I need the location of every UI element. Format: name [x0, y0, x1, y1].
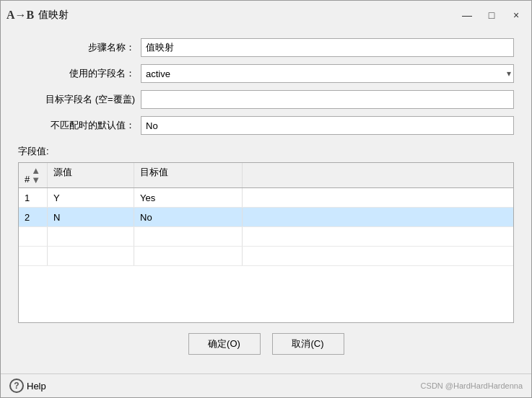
maximize-button[interactable]: □	[482, 8, 501, 22]
table-row: 2	[19, 208, 513, 227]
footer: ? Help CSDN @HardHardHardenna	[1, 373, 531, 397]
button-row: 确定(O) 取消(C)	[18, 333, 514, 355]
field-name-label: 使用的字段名：	[18, 67, 141, 80]
content-area: 步骤名称： 使用的字段名： active ▾ 目标字段名 (空=覆盖) 不匹配时…	[1, 27, 531, 373]
col-header-id: # ▲▼	[19, 163, 48, 187]
help-icon: ?	[9, 379, 24, 393]
table-row: 1	[19, 188, 513, 208]
cell-source-2[interactable]	[48, 208, 134, 226]
source-input-2[interactable]	[53, 212, 128, 223]
cell-id-1: 1	[19, 188, 48, 207]
cell-extra-1	[243, 188, 513, 207]
cell-id-2: 2	[19, 208, 48, 226]
main-window: A→B 值映射 — □ × 步骤名称： 使用的字段名： active ▾	[0, 0, 532, 398]
target-field-input[interactable]	[141, 90, 514, 109]
field-name-select-wrapper: active ▾	[141, 64, 514, 83]
section-label: 字段值:	[18, 145, 514, 158]
step-name-input[interactable]	[141, 38, 514, 57]
title-bar: A→B 值映射 — □ ×	[1, 1, 531, 27]
watermark: CSDN @HardHardHardenna	[421, 381, 523, 390]
target-input-2[interactable]	[140, 212, 236, 223]
cell-extra-2	[243, 208, 513, 226]
cell-target-2[interactable]	[134, 208, 243, 226]
table-header: # ▲▼ 源值 目标值	[19, 163, 513, 188]
step-name-row: 步骤名称：	[18, 38, 514, 57]
help-button[interactable]: ? Help	[9, 379, 46, 393]
mapping-table: # ▲▼ 源值 目标值 1 2	[18, 162, 514, 323]
target-input-1[interactable]	[140, 193, 236, 203]
col-header-source: 源值	[48, 163, 134, 187]
sort-icon: ▲▼	[31, 166, 40, 185]
title-left: A→B 值映射	[6, 9, 69, 22]
table-row-empty-2	[19, 247, 513, 266]
confirm-button[interactable]: 确定(O)	[188, 333, 261, 355]
target-field-label: 目标字段名 (空=覆盖)	[18, 93, 141, 106]
close-button[interactable]: ×	[507, 8, 526, 22]
cell-source-1[interactable]	[48, 188, 134, 207]
minimize-button[interactable]: —	[458, 8, 476, 22]
source-input-1[interactable]	[53, 193, 128, 203]
col-header-extra	[243, 163, 513, 187]
cell-target-1[interactable]	[134, 188, 243, 207]
step-name-label: 步骤名称：	[18, 41, 141, 54]
default-value-input[interactable]	[141, 116, 514, 135]
col-header-target: 目标值	[134, 163, 243, 187]
window-icon: A→B	[6, 9, 34, 22]
help-label: Help	[27, 381, 46, 392]
field-name-select[interactable]: active	[141, 64, 514, 83]
cancel-button[interactable]: 取消(C)	[272, 333, 344, 355]
target-field-row: 目标字段名 (空=覆盖)	[18, 90, 514, 109]
default-value-label: 不匹配时的默认值：	[18, 119, 141, 132]
field-name-row: 使用的字段名： active ▾	[18, 64, 514, 83]
title-controls: — □ ×	[458, 8, 526, 22]
table-row-empty	[19, 227, 513, 247]
window-title: 值映射	[38, 9, 69, 22]
default-value-row: 不匹配时的默认值：	[18, 116, 514, 135]
